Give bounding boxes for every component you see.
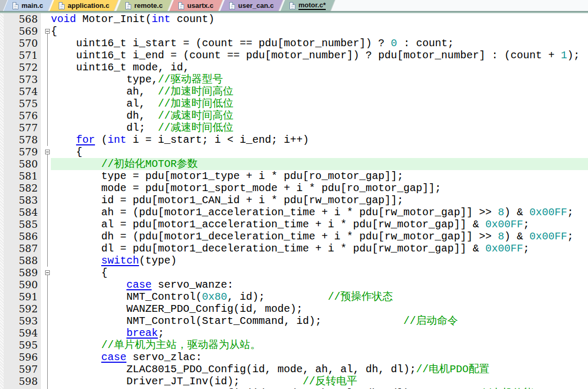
- code-text[interactable]: case servo_zlac:: [51, 351, 588, 363]
- code-line[interactable]: 591 NMT_Control(0x80, id); //预操作状态: [4, 291, 588, 303]
- code-text[interactable]: uint16_t i_end = (count == pdu[motor_num…: [51, 49, 588, 61]
- fold-margin-cell: [44, 267, 51, 279]
- line-number: 596: [4, 351, 41, 363]
- code-text[interactable]: dl; //减速时间低位: [51, 122, 588, 134]
- code-text[interactable]: uint16_t mode, id,: [51, 61, 588, 73]
- line-number: 588: [4, 255, 41, 267]
- document-icon: [59, 2, 65, 9]
- editor-body[interactable]: 568void Motor_Init(int count)569{570 uin…: [4, 13, 588, 389]
- code-text[interactable]: case servo_wanze:: [51, 279, 588, 291]
- line-number: 597: [4, 363, 41, 375]
- code-text[interactable]: Driver_JT_Inv(id); //反转电平: [51, 375, 588, 387]
- tab-usartxc[interactable]: usartx.c: [169, 0, 223, 11]
- tab-mainc[interactable]: main.c: [3, 0, 53, 11]
- fold-margin-cell: [44, 303, 51, 315]
- tab-label: motor.c*: [298, 1, 326, 10]
- code-text[interactable]: dh = (pdu[motor1_deceleration_time + i *…: [51, 230, 588, 243]
- code-line[interactable]: 586 dh = (pdu[motor1_deceleration_time +…: [4, 230, 588, 243]
- tab-remotec[interactable]: remote.c: [115, 0, 172, 11]
- code-text[interactable]: al, //加速时间低位: [51, 98, 588, 110]
- code-line[interactable]: 583 id = pdu[motor1_CAN_id + i * pdu[rw_…: [4, 194, 588, 206]
- code-text[interactable]: {: [51, 267, 588, 279]
- tab-applicationc[interactable]: application.c: [49, 0, 119, 11]
- tab-motorc[interactable]: motor.c*: [280, 0, 335, 11]
- code-line[interactable]: 580 //初始化MOTOR参数: [4, 158, 588, 170]
- code-text[interactable]: id = pdu[motor1_CAN_id + i * pdu[rw_moto…: [51, 194, 588, 206]
- code-text[interactable]: //初始化MOTOR参数: [51, 158, 588, 170]
- code-text[interactable]: dl = pdu[motor1_deceleration_time + i * …: [51, 243, 588, 255]
- code-line[interactable]: 589 {: [4, 267, 588, 279]
- fold-margin-cell: [44, 37, 51, 49]
- code-line[interactable]: 571 uint16_t i_end = (count == pdu[motor…: [4, 49, 588, 61]
- tab-label: user_can.c: [238, 2, 274, 9]
- code-line[interactable]: 578 for (int i = i_start; i < i_end; i++…: [4, 134, 588, 146]
- line-number: 568: [4, 13, 41, 25]
- fold-margin-cell: [44, 327, 51, 339]
- code-line[interactable]: 574 ah, //加速时间高位: [4, 86, 588, 98]
- code-text[interactable]: break;: [51, 327, 588, 339]
- code-line[interactable]: 594 break;: [4, 327, 588, 339]
- code-line[interactable]: 592 WANZER_PDO_Config(id, mode);: [4, 303, 588, 315]
- code-text[interactable]: {: [51, 25, 588, 37]
- code-line[interactable]: 596 case servo_zlac:: [4, 351, 588, 363]
- fold-margin-cell: [44, 61, 51, 73]
- code-line[interactable]: 582 mode = pdu[motor1_sport_mode + i * p…: [4, 182, 588, 194]
- code-line[interactable]: 568void Motor_Init(int count): [4, 13, 588, 25]
- fold-margin-cell: [44, 243, 51, 255]
- code-line[interactable]: 570 uint16_t i_start = (count == pdu[mot…: [4, 37, 588, 49]
- fold-margin-cell: [44, 25, 51, 37]
- line-number: 576: [4, 110, 41, 122]
- code-line[interactable]: 587 dl = pdu[motor1_deceleration_time + …: [4, 243, 588, 255]
- fold-margin-cell: [44, 146, 51, 158]
- code-line[interactable]: 595 //单片机为主站，驱动器为从站。: [4, 339, 588, 351]
- code-text[interactable]: //单片机为主站，驱动器为从站。: [51, 339, 588, 351]
- code-line[interactable]: 597 ZLAC8015_PDO_Config(id, mode, ah, al…: [4, 363, 588, 375]
- code-line[interactable]: 572 uint16_t mode, id,: [4, 61, 588, 73]
- code-line[interactable]: 579 {: [4, 146, 588, 158]
- fold-toggle[interactable]: [45, 150, 50, 154]
- line-number: 577: [4, 122, 41, 134]
- code-line[interactable]: 577 dl; //减速时间低位: [4, 122, 588, 134]
- code-line[interactable]: 575 al, //加速时间低位: [4, 98, 588, 110]
- code-line[interactable]: 598 Driver_JT_Inv(id); //反转电平: [4, 375, 588, 387]
- code-text[interactable]: type = pdu[motor1_type + i * pdu[ro_moto…: [51, 170, 588, 182]
- code-text[interactable]: {: [51, 146, 588, 158]
- code-line[interactable]: 581 type = pdu[motor1_type + i * pdu[ro_…: [4, 170, 588, 182]
- line-number: 589: [4, 267, 41, 279]
- code-text[interactable]: type,//驱动器型号: [51, 73, 588, 86]
- code-line[interactable]: 590 case servo_wanze:: [4, 279, 588, 291]
- code-text[interactable]: void Motor_Init(int count): [51, 13, 588, 25]
- line-number: 586: [4, 230, 41, 243]
- code-text[interactable]: ZLAC8015_PDO_Config(id, mode, ah, al, dh…: [51, 363, 588, 375]
- fold-toggle[interactable]: [45, 270, 50, 275]
- code-text[interactable]: switch(type): [51, 255, 588, 267]
- code-text[interactable]: ah, //加速时间高位: [51, 86, 588, 98]
- line-number: 579: [4, 146, 41, 158]
- code-text[interactable]: WANZER_PDO_Config(id, mode);: [51, 303, 588, 315]
- line-number: 580: [4, 158, 41, 170]
- code-line[interactable]: 584 ah = (pdu[motor1_acceleration_time +…: [4, 206, 588, 218]
- code-line[interactable]: 593 NMT_Control(Start_Command, id); //启动…: [4, 315, 588, 327]
- fold-margin-cell: [44, 122, 51, 134]
- fold-margin-cell: [44, 49, 51, 61]
- fold-margin-cell: [44, 182, 51, 194]
- tab-user_canc[interactable]: user_can.c: [219, 0, 283, 11]
- code-line[interactable]: 576 dh, //减速时间高位: [4, 110, 588, 122]
- fold-margin-cell: [44, 351, 51, 363]
- code-text[interactable]: uint16_t i_start = (count == pdu[motor_n…: [51, 37, 588, 49]
- code-text[interactable]: NMT_Control(Start_Command, id); //启动命令: [51, 315, 588, 327]
- code-line[interactable]: 585 al = pdu[motor1_acceleration_time + …: [4, 218, 588, 230]
- line-number: 595: [4, 339, 41, 351]
- code-text[interactable]: NMT_Control(0x80, id); //预操作状态: [51, 291, 588, 303]
- code-line[interactable]: 588 switch(type): [4, 255, 588, 267]
- code-line[interactable]: 569{: [4, 25, 588, 37]
- fold-margin-cell: [44, 363, 51, 375]
- code-text[interactable]: al = pdu[motor1_acceleration_time + i * …: [51, 218, 588, 230]
- code-line[interactable]: 573 type,//驱动器型号: [4, 73, 588, 86]
- document-icon: [290, 2, 295, 9]
- code-text[interactable]: mode = pdu[motor1_sport_mode + i * pdu[r…: [51, 182, 588, 194]
- code-text[interactable]: ah = (pdu[motor1_acceleration_time + i *…: [51, 206, 588, 218]
- code-text[interactable]: for (int i = i_start; i < i_end; i++): [51, 134, 588, 146]
- code-text[interactable]: dh, //减速时间高位: [51, 110, 588, 122]
- fold-toggle[interactable]: [45, 29, 50, 34]
